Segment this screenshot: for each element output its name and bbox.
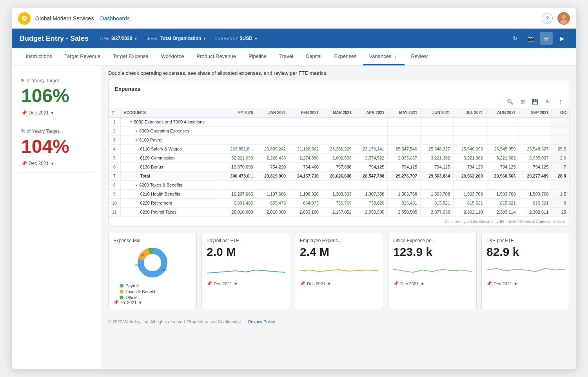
- row-value: [486, 118, 519, 127]
- time-filter[interactable]: TIME 8/27/2020 ▼: [100, 36, 138, 41]
- row-value: 3,221,382: [486, 154, 519, 163]
- tab-workforce[interactable]: Workforce: [155, 48, 191, 65]
- row-value: 815,521: [486, 199, 519, 208]
- row-value: 25,545,059: [486, 145, 519, 154]
- row-value: 1,503,768: [519, 190, 552, 199]
- row-account: 6120 Commission: [120, 154, 222, 163]
- row-value: 25,548,327: [519, 145, 552, 154]
- row-value: [355, 118, 388, 127]
- row-value: [256, 118, 289, 127]
- row-value: 29,563,834: [421, 172, 454, 181]
- row-value: 2,226,438: [256, 154, 289, 163]
- row-value: [289, 127, 322, 136]
- currency-filter[interactable]: CURRENCY $USD ▼: [214, 36, 258, 41]
- te-fte-date[interactable]: 📌 Dec 2021 ▼: [486, 281, 565, 286]
- tab-travel[interactable]: Travel: [273, 48, 299, 65]
- employee-expense-date[interactable]: 📌 Dec 2021 ▼: [300, 281, 378, 286]
- donut-legend: Payroll Taxes & Benefits Office: [113, 283, 158, 300]
- row-value: 23,266,229: [322, 145, 355, 154]
- office-pin-icon: 📌: [393, 281, 399, 286]
- row-value: 21,128,862: [289, 145, 322, 154]
- row-value: 25,5: [552, 145, 570, 154]
- metric1-date[interactable]: 📌 Dec 2021 ▼: [21, 110, 92, 116]
- row-value: [322, 127, 355, 136]
- grid-button[interactable]: ⊞: [540, 32, 553, 45]
- table-row: 3▼6100 Payroll: [109, 136, 570, 145]
- tab-instructions[interactable]: Instructions: [20, 48, 58, 65]
- metric1-label: % of Yearly Target...: [21, 78, 92, 83]
- office-expense-date[interactable]: 📌 Dec 2021 ▼: [393, 281, 472, 286]
- table-footer-note: All currency values shown in USD - Unite…: [109, 217, 570, 226]
- metric1-value: 106%: [21, 87, 92, 105]
- row-value: 23,179,141: [355, 145, 388, 154]
- tab-options-dots[interactable]: ⋮: [392, 53, 398, 60]
- expenses-card-title: Expenses: [109, 81, 570, 95]
- grid-tool-button[interactable]: ⊞: [518, 97, 527, 106]
- level-filter[interactable]: LEVEL Total Organization ▼: [145, 36, 207, 41]
- tab-target-revenue[interactable]: Target Revenue: [58, 48, 107, 65]
- tab-variances[interactable]: Variances ⋮: [363, 48, 405, 65]
- row-value: [289, 181, 322, 190]
- row-value: 8: [552, 199, 570, 208]
- expense-mix-date[interactable]: 📌 FY 2021 ▼: [113, 300, 192, 305]
- refresh-button[interactable]: ↻: [509, 32, 521, 45]
- tab-pipeline[interactable]: Pipeline: [242, 48, 273, 65]
- camera-button[interactable]: 📷: [524, 32, 537, 45]
- row-value: 794,125: [388, 163, 421, 172]
- row-value: 738,620: [355, 199, 388, 208]
- row-value: 1,503,768: [486, 190, 519, 199]
- save-tool-button[interactable]: 💾: [530, 97, 540, 106]
- metric2-date[interactable]: 📌 Dec 2021 ▼: [21, 161, 92, 166]
- payroll-fte-date[interactable]: 📌 Dec 2021 ▼: [207, 281, 285, 286]
- row-value: [421, 118, 454, 127]
- row-value: [519, 127, 552, 136]
- col-accounts: ACCOUNTS: [120, 108, 222, 118]
- search-tool-button[interactable]: 🔍: [505, 97, 515, 106]
- office-dot: [120, 295, 123, 299]
- nav-dashboards-link[interactable]: Dashboards: [100, 15, 130, 22]
- row-value: 24,157,710: [289, 172, 322, 181]
- row-value: [355, 181, 388, 190]
- payroll-fte-value: 2.0 M: [207, 245, 285, 259]
- page-title: Budget Entry - Sales: [20, 34, 89, 43]
- user-avatar[interactable]: [557, 12, 570, 25]
- video-button[interactable]: ▶: [556, 32, 568, 45]
- row-value: 20,839,242: [256, 145, 289, 154]
- refresh-tool-button[interactable]: ↻: [543, 97, 552, 106]
- tab-expenses[interactable]: Expenses: [328, 48, 363, 65]
- row-value: [256, 127, 289, 136]
- tab-capital[interactable]: Capital: [299, 48, 328, 65]
- tab-target-expense[interactable]: Target Expense: [107, 48, 154, 65]
- col-oc: OC: [552, 108, 570, 118]
- legend-taxes: Taxes & Benefits: [120, 289, 158, 294]
- row-value: 16,207,685: [222, 190, 256, 199]
- expense-mix-title: Expense Mix: [113, 238, 192, 243]
- row-value: 25,547,546: [388, 145, 421, 154]
- privacy-policy-link[interactable]: Privacy Policy: [248, 319, 275, 324]
- row-value: [421, 181, 454, 190]
- table-row: 66130 Bonus10,370,693754,220754,460757,6…: [109, 163, 570, 172]
- row-value: [552, 181, 570, 190]
- left-sidebar: % of Yearly Target... 106% 📌 Dec 2021 ▼ …: [12, 65, 102, 369]
- te-fte-card: T&E per FTE 82.9 k 📌 Dec 2021 ▼: [481, 233, 570, 310]
- tab-review[interactable]: Review: [405, 48, 434, 65]
- row-value: [256, 136, 289, 145]
- more-tool-button[interactable]: ⋮: [555, 97, 565, 106]
- app-name: Global Modern Services: [35, 15, 94, 22]
- row-value: 25,546,693: [454, 145, 486, 154]
- row-value: 6,091,405: [222, 199, 256, 208]
- workday-logo[interactable]: [18, 12, 31, 25]
- row-value: 2,574,522: [355, 154, 388, 163]
- row-num: 10: [109, 199, 120, 208]
- row-value: 263,881,8...: [222, 145, 256, 154]
- row-value: 1,503,768: [388, 190, 421, 199]
- row-value: 815,521: [421, 199, 454, 208]
- office-expense-value: 123.9 k: [393, 245, 472, 259]
- table-row: 96210 Health Benefits16,207,6851,107,666…: [109, 190, 570, 199]
- col-jun2021: JUN 2021: [421, 108, 454, 118]
- tab-product-revenue[interactable]: Product Revenue: [191, 48, 242, 65]
- help-button[interactable]: ?: [542, 13, 553, 24]
- row-value: [322, 136, 355, 145]
- row-account: 6110 Salary & Wages: [120, 145, 222, 154]
- row-value: 23,819,900: [256, 172, 289, 181]
